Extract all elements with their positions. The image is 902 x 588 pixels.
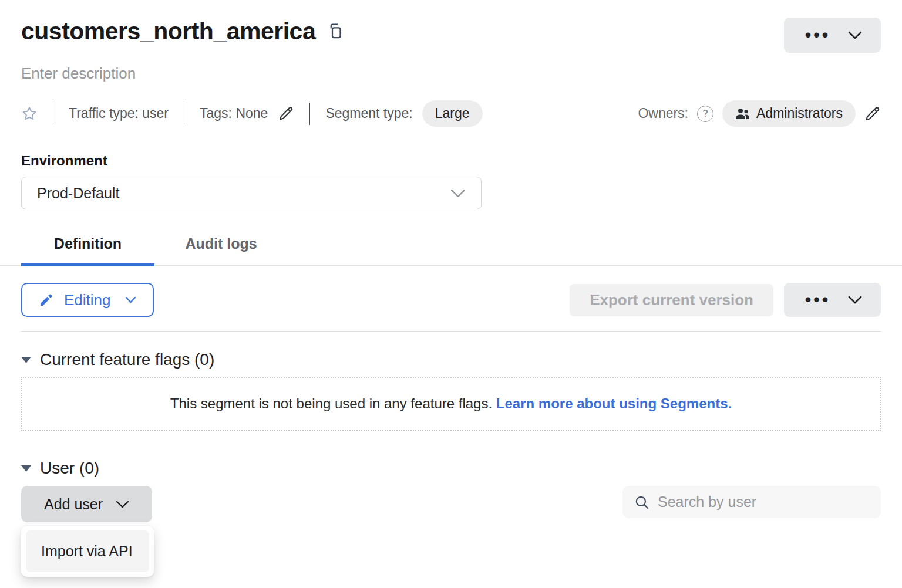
environment-select[interactable]: Prod-Default [21,177,482,209]
chevron-down-icon [848,296,862,304]
actions-row: Editing Export current version ••• [21,283,881,317]
definition-more-button[interactable]: ••• [784,283,881,317]
segment-detail-page: customers_north_america ••• Enter descri… [0,0,902,522]
user-row: Add user Import via API [21,486,881,522]
chevron-down-icon [116,501,129,508]
divider [309,103,310,125]
ellipsis-icon: ••• [803,291,831,309]
divider [21,331,881,332]
add-user-menu: Import via API [21,526,154,577]
search-by-user-input[interactable] [658,494,869,511]
help-icon[interactable]: ? [697,106,713,122]
add-user-label: Add user [44,496,103,513]
menu-item-import-via-api[interactable]: Import via API [26,530,149,572]
learn-more-link[interactable]: Learn more about using Segments. [496,396,732,411]
tab-bar: Definition Audit logs [0,228,902,266]
edit-owners-pencil-icon[interactable] [864,106,881,122]
empty-state-text: This segment is not being used in any fe… [170,396,492,411]
export-current-version-button[interactable]: Export current version [570,284,773,316]
editing-status-button[interactable]: Editing [21,283,154,317]
feature-flags-empty-state: This segment is not being used in any fe… [21,377,881,431]
chevron-down-icon [848,31,862,39]
owners-group: Owners: ? Administrators [638,100,881,127]
owners-label: Owners: [638,106,688,121]
user-section-title: User (0) [40,459,99,478]
page-title: customers_north_america [21,18,315,45]
add-user-dropdown: Add user Import via API [21,486,152,522]
meta-row: Traffic type: user Tags: None Segment ty… [21,100,881,127]
feature-flags-section-title: Current feature flags (0) [40,350,214,369]
caret-down-icon [21,357,31,363]
user-section-header[interactable]: User (0) [21,459,881,478]
pencil-icon [39,293,53,307]
meta-left: Traffic type: user Tags: None Segment ty… [21,100,483,127]
environment-label: Environment [21,153,881,169]
segment-type-label: Segment type: [325,106,412,121]
right-actions: Export current version ••• [570,283,881,317]
feature-flags-section-header[interactable]: Current feature flags (0) [21,350,881,369]
tab-definition[interactable]: Definition [21,228,154,265]
segment-type-badge: Large [422,100,483,127]
header-more-button[interactable]: ••• [784,18,881,53]
tags-label: Tags: None [200,106,268,121]
star-icon[interactable] [21,106,38,122]
page-header: customers_north_america ••• [21,18,881,53]
search-icon [634,495,649,510]
environment-selected-value: Prod-Default [37,185,119,202]
title-group: customers_north_america [21,18,343,45]
caret-down-icon [21,465,31,472]
divider [184,103,184,125]
description-field[interactable]: Enter description [21,65,881,83]
search-by-user-box [622,486,881,518]
copy-icon[interactable] [327,23,343,40]
add-user-button[interactable]: Add user [21,486,152,522]
owners-value: Administrators [756,106,843,121]
editing-label: Editing [64,291,111,309]
chevron-down-icon [125,296,136,303]
ellipsis-icon: ••• [803,26,831,44]
owners-chip[interactable]: Administrators [722,100,856,127]
chevron-down-icon [450,189,466,198]
people-icon [735,107,750,120]
traffic-type-label: Traffic type: user [69,106,169,121]
tab-audit-logs[interactable]: Audit logs [154,228,288,265]
divider [53,103,53,125]
edit-tags-pencil-icon[interactable] [278,106,294,121]
